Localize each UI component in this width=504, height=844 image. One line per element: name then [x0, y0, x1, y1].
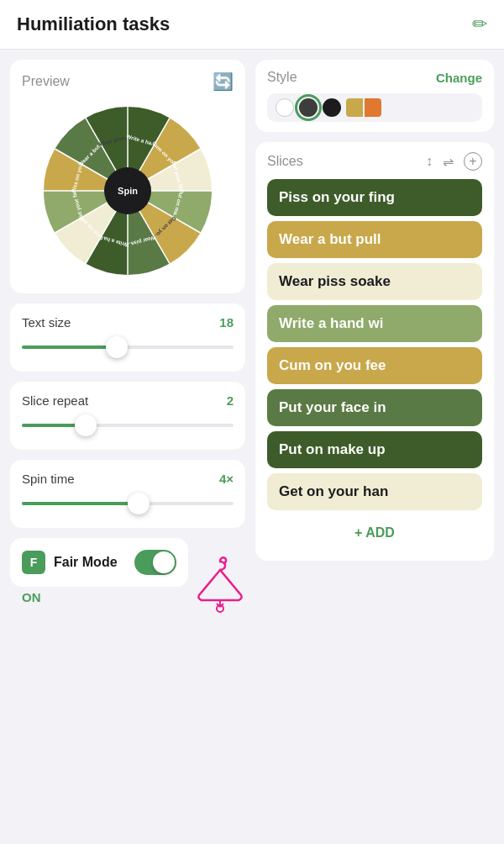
fair-mode-icon: F — [22, 551, 45, 574]
slices-add-icon[interactable]: + — [464, 152, 482, 171]
slice-repeat-card: Slice repeat 2 — [10, 382, 245, 450]
add-button[interactable]: + ADD — [267, 515, 482, 551]
fair-mode-label: Fair Mode — [54, 555, 126, 570]
slices-header: Slices ↕ ⇌ + — [267, 152, 482, 171]
fair-mode-area: F Fair Mode ON — [10, 538, 188, 605]
preview-label: Preview — [22, 74, 70, 89]
text-size-track — [22, 346, 234, 349]
style-card: Style Change — [255, 60, 494, 132]
spin-time-label: Spin time — [22, 472, 75, 486]
refresh-icon[interactable]: 🔄 — [213, 71, 234, 92]
edit-icon[interactable]: ✏ — [472, 13, 487, 35]
slice-repeat-track — [22, 424, 234, 427]
slices-title: Slices — [267, 154, 303, 169]
slice-repeat-slider[interactable] — [22, 413, 234, 438]
page-title: Humiliation tasks — [17, 13, 170, 35]
slice-item-7[interactable]: Put on make up — [267, 431, 482, 468]
right-panel: Style Change Slices ↕ ⇌ + — [255, 60, 494, 614]
style-title: Style — [267, 70, 297, 85]
swatch-tan-orange[interactable] — [346, 98, 381, 117]
slice-repeat-thumb[interactable] — [75, 414, 97, 436]
text-size-row: Text size 18 — [22, 315, 234, 330]
slice-item-2[interactable]: Wear a but pull — [267, 221, 482, 258]
fair-mode-on-label: ON — [10, 590, 188, 605]
fair-mode-toggle[interactable] — [134, 550, 176, 575]
hanger-section — [195, 538, 245, 614]
slices-card: Slices ↕ ⇌ + Piss on your fing Wear a bu… — [255, 142, 494, 561]
color-swatches — [267, 93, 482, 122]
slice-item-5[interactable]: Cum on you fee — [267, 347, 482, 384]
spin-time-value: 4× — [219, 472, 234, 486]
text-size-slider[interactable] — [22, 335, 234, 360]
slice-item-6[interactable]: Put your face in — [267, 389, 482, 426]
spin-time-slider[interactable] — [22, 491, 234, 516]
text-size-value: 18 — [219, 315, 234, 330]
spin-time-track — [22, 502, 234, 505]
preview-card: Preview 🔄 — [10, 60, 245, 293]
slice-item-3[interactable]: Wear piss soake — [267, 263, 482, 300]
slice-item-1[interactable]: Piss on your fing — [267, 179, 482, 216]
text-size-label: Text size — [22, 315, 71, 330]
shuffle-icon[interactable]: ⇌ — [443, 154, 454, 170]
slice-item-8[interactable]: Get on your han — [267, 473, 482, 510]
wheel-container: Piss on yo... Wear a but... Wear piss...… — [22, 100, 234, 282]
spin-time-thumb[interactable] — [128, 493, 150, 514]
style-header: Style Change — [267, 70, 482, 85]
slice-repeat-row: Slice repeat 2 — [22, 393, 234, 408]
swatch-white[interactable] — [276, 98, 294, 117]
main-layout: Preview 🔄 — [0, 50, 504, 624]
preview-header: Preview 🔄 — [22, 71, 234, 92]
svg-text:Spin: Spin — [118, 186, 138, 196]
spin-time-card: Spin time 4× — [10, 460, 245, 528]
swatch-black[interactable] — [323, 98, 341, 117]
style-change-button[interactable]: Change — [436, 71, 482, 85]
hanger-icon — [195, 555, 245, 614]
slices-actions: ↕ ⇌ + — [426, 152, 482, 171]
text-size-thumb[interactable] — [106, 336, 128, 358]
spin-wheel[interactable]: Piss on yo... Wear a but... Wear piss...… — [44, 107, 212, 275]
toggle-knob — [153, 551, 175, 573]
text-size-card: Text size 18 — [10, 303, 245, 372]
fair-mode-card: F Fair Mode — [10, 538, 188, 587]
bottom-section: F Fair Mode ON — [10, 538, 245, 614]
wheel-svg: Piss on yo... Wear a but... Wear piss...… — [44, 107, 212, 275]
swatch-dark[interactable] — [299, 98, 318, 117]
slice-item-4[interactable]: Write a hand wi — [267, 305, 482, 342]
spin-time-fill — [22, 502, 139, 505]
spin-time-row: Spin time 4× — [22, 472, 234, 486]
app-header: Humiliation tasks ✏ — [0, 0, 504, 50]
slice-repeat-value: 2 — [227, 393, 234, 408]
text-size-fill — [22, 346, 117, 349]
slice-repeat-label: Slice repeat — [22, 393, 88, 408]
left-panel: Preview 🔄 — [10, 60, 245, 614]
sort-icon[interactable]: ↕ — [426, 154, 433, 169]
